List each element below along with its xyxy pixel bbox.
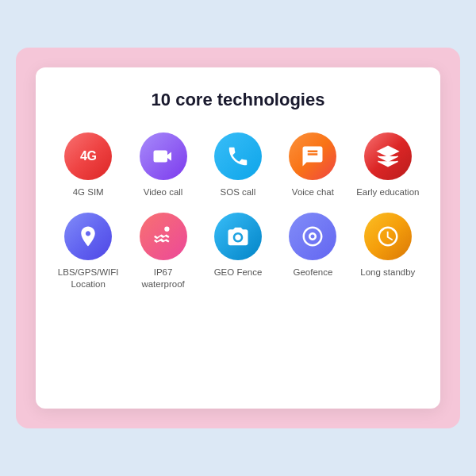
geo-fence-label: GEO Fence bbox=[214, 267, 263, 278]
lbs-gps-label: LBS/GPS/WIFILocation bbox=[58, 267, 119, 290]
feature-geofence: Geofence bbox=[279, 213, 346, 290]
features-grid: 4G 4G SIM Video call bbox=[55, 132, 421, 290]
voice-chat-icon-circle bbox=[289, 132, 336, 180]
early-education-icon-circle bbox=[364, 132, 412, 180]
feature-early-education: Early education bbox=[355, 132, 421, 198]
location-icon bbox=[76, 225, 100, 248]
clock-icon bbox=[376, 225, 400, 248]
ip67-icon-circle bbox=[140, 213, 187, 260]
video-call-icon-circle bbox=[140, 132, 187, 180]
camera-icon bbox=[226, 225, 250, 248]
4g-sim-icon-circle: 4G bbox=[64, 132, 112, 180]
4g-sim-label: 4G SIM bbox=[73, 186, 104, 198]
phone-icon bbox=[226, 144, 250, 168]
voice-chat-label: Voice chat bbox=[292, 186, 334, 198]
ip67-label: IP67waterproof bbox=[141, 267, 184, 290]
feature-long-standby: Long standby bbox=[355, 213, 421, 290]
swim-icon bbox=[152, 225, 175, 248]
card-title: 10 core technologies bbox=[152, 90, 325, 110]
feature-lbs-gps: LBS/GPS/WIFILocation bbox=[55, 213, 121, 290]
feature-geo-fence: GEO Fence bbox=[205, 213, 271, 290]
video-icon bbox=[152, 144, 175, 168]
feature-voice-chat: Voice chat bbox=[279, 132, 346, 198]
geo-fence-icon-circle bbox=[214, 213, 262, 260]
feature-video-call: Video call bbox=[129, 132, 196, 198]
video-call-label: Video call bbox=[144, 186, 183, 198]
chat-icon bbox=[301, 144, 324, 168]
sos-call-icon-circle bbox=[214, 132, 262, 180]
feature-ip67: IP67waterproof bbox=[129, 213, 196, 290]
target-icon bbox=[301, 225, 324, 248]
geofence-icon-circle bbox=[289, 213, 336, 260]
4g-text-icon: 4G bbox=[80, 149, 96, 163]
early-education-label: Early education bbox=[356, 186, 419, 198]
feature-4g-sim: 4G 4G SIM bbox=[55, 132, 121, 198]
long-standby-label: Long standby bbox=[360, 267, 415, 278]
lbs-gps-icon-circle bbox=[64, 213, 112, 260]
outer-background: 10 core technologies 4G 4G SIM Video cal… bbox=[16, 48, 460, 428]
long-standby-icon-circle bbox=[364, 213, 412, 260]
geofence-label: Geofence bbox=[293, 267, 332, 278]
cube-icon bbox=[376, 144, 400, 168]
feature-sos-call: SOS call bbox=[205, 132, 271, 198]
sos-call-label: SOS call bbox=[221, 186, 256, 198]
features-card: 10 core technologies 4G 4G SIM Video cal… bbox=[36, 67, 440, 409]
